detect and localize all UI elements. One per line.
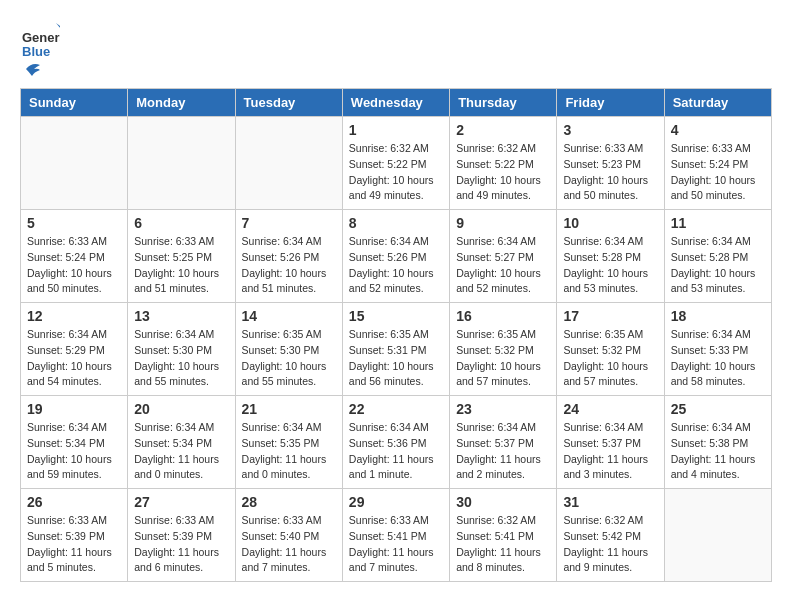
day-info: Sunrise: 6:34 AMSunset: 5:36 PMDaylight:…	[349, 420, 443, 483]
day-number: 6	[134, 215, 228, 231]
day-cell: 24Sunrise: 6:34 AMSunset: 5:37 PMDayligh…	[557, 396, 664, 489]
day-info: Sunrise: 6:32 AMSunset: 5:41 PMDaylight:…	[456, 513, 550, 576]
day-number: 8	[349, 215, 443, 231]
day-number: 9	[456, 215, 550, 231]
day-info: Sunrise: 6:33 AMSunset: 5:24 PMDaylight:…	[671, 141, 765, 204]
week-row-5: 26Sunrise: 6:33 AMSunset: 5:39 PMDayligh…	[21, 489, 772, 582]
calendar: SundayMondayTuesdayWednesdayThursdayFrid…	[20, 88, 772, 582]
day-info: Sunrise: 6:32 AMSunset: 5:22 PMDaylight:…	[349, 141, 443, 204]
day-info: Sunrise: 6:33 AMSunset: 5:39 PMDaylight:…	[27, 513, 121, 576]
day-cell: 10Sunrise: 6:34 AMSunset: 5:28 PMDayligh…	[557, 210, 664, 303]
day-number: 7	[242, 215, 336, 231]
weekday-header-wednesday: Wednesday	[342, 89, 449, 117]
day-cell: 2Sunrise: 6:32 AMSunset: 5:22 PMDaylight…	[450, 117, 557, 210]
day-number: 26	[27, 494, 121, 510]
day-number: 14	[242, 308, 336, 324]
day-cell: 8Sunrise: 6:34 AMSunset: 5:26 PMDaylight…	[342, 210, 449, 303]
day-number: 19	[27, 401, 121, 417]
day-number: 24	[563, 401, 657, 417]
day-number: 21	[242, 401, 336, 417]
day-info: Sunrise: 6:34 AMSunset: 5:27 PMDaylight:…	[456, 234, 550, 297]
day-cell	[21, 117, 128, 210]
day-info: Sunrise: 6:33 AMSunset: 5:40 PMDaylight:…	[242, 513, 336, 576]
day-cell: 18Sunrise: 6:34 AMSunset: 5:33 PMDayligh…	[664, 303, 771, 396]
week-row-4: 19Sunrise: 6:34 AMSunset: 5:34 PMDayligh…	[21, 396, 772, 489]
logo-icon: General Blue	[20, 20, 60, 60]
day-cell: 1Sunrise: 6:32 AMSunset: 5:22 PMDaylight…	[342, 117, 449, 210]
day-cell: 11Sunrise: 6:34 AMSunset: 5:28 PMDayligh…	[664, 210, 771, 303]
day-number: 10	[563, 215, 657, 231]
day-cell: 21Sunrise: 6:34 AMSunset: 5:35 PMDayligh…	[235, 396, 342, 489]
day-info: Sunrise: 6:34 AMSunset: 5:35 PMDaylight:…	[242, 420, 336, 483]
day-info: Sunrise: 6:34 AMSunset: 5:38 PMDaylight:…	[671, 420, 765, 483]
day-cell: 13Sunrise: 6:34 AMSunset: 5:30 PMDayligh…	[128, 303, 235, 396]
day-info: Sunrise: 6:33 AMSunset: 5:25 PMDaylight:…	[134, 234, 228, 297]
week-row-2: 5Sunrise: 6:33 AMSunset: 5:24 PMDaylight…	[21, 210, 772, 303]
day-cell: 30Sunrise: 6:32 AMSunset: 5:41 PMDayligh…	[450, 489, 557, 582]
day-info: Sunrise: 6:35 AMSunset: 5:30 PMDaylight:…	[242, 327, 336, 390]
weekday-header-thursday: Thursday	[450, 89, 557, 117]
day-number: 30	[456, 494, 550, 510]
day-number: 22	[349, 401, 443, 417]
day-number: 28	[242, 494, 336, 510]
day-info: Sunrise: 6:35 AMSunset: 5:32 PMDaylight:…	[563, 327, 657, 390]
day-cell: 17Sunrise: 6:35 AMSunset: 5:32 PMDayligh…	[557, 303, 664, 396]
day-cell: 16Sunrise: 6:35 AMSunset: 5:32 PMDayligh…	[450, 303, 557, 396]
day-cell: 22Sunrise: 6:34 AMSunset: 5:36 PMDayligh…	[342, 396, 449, 489]
svg-text:General: General	[22, 30, 60, 45]
day-cell: 3Sunrise: 6:33 AMSunset: 5:23 PMDaylight…	[557, 117, 664, 210]
day-number: 18	[671, 308, 765, 324]
day-number: 1	[349, 122, 443, 138]
day-number: 13	[134, 308, 228, 324]
day-cell: 6Sunrise: 6:33 AMSunset: 5:25 PMDaylight…	[128, 210, 235, 303]
day-number: 2	[456, 122, 550, 138]
day-number: 20	[134, 401, 228, 417]
day-number: 27	[134, 494, 228, 510]
day-cell: 14Sunrise: 6:35 AMSunset: 5:30 PMDayligh…	[235, 303, 342, 396]
weekday-header-friday: Friday	[557, 89, 664, 117]
svg-text:Blue: Blue	[22, 44, 50, 59]
day-info: Sunrise: 6:33 AMSunset: 5:24 PMDaylight:…	[27, 234, 121, 297]
day-cell: 4Sunrise: 6:33 AMSunset: 5:24 PMDaylight…	[664, 117, 771, 210]
weekday-header-sunday: Sunday	[21, 89, 128, 117]
day-cell: 20Sunrise: 6:34 AMSunset: 5:34 PMDayligh…	[128, 396, 235, 489]
day-info: Sunrise: 6:34 AMSunset: 5:28 PMDaylight:…	[563, 234, 657, 297]
day-info: Sunrise: 6:33 AMSunset: 5:41 PMDaylight:…	[349, 513, 443, 576]
day-cell: 25Sunrise: 6:34 AMSunset: 5:38 PMDayligh…	[664, 396, 771, 489]
weekday-header-tuesday: Tuesday	[235, 89, 342, 117]
day-number: 3	[563, 122, 657, 138]
day-info: Sunrise: 6:35 AMSunset: 5:31 PMDaylight:…	[349, 327, 443, 390]
day-cell: 29Sunrise: 6:33 AMSunset: 5:41 PMDayligh…	[342, 489, 449, 582]
day-info: Sunrise: 6:34 AMSunset: 5:37 PMDaylight:…	[563, 420, 657, 483]
day-cell: 5Sunrise: 6:33 AMSunset: 5:24 PMDaylight…	[21, 210, 128, 303]
day-info: Sunrise: 6:34 AMSunset: 5:34 PMDaylight:…	[134, 420, 228, 483]
day-number: 29	[349, 494, 443, 510]
weekday-header-row: SundayMondayTuesdayWednesdayThursdayFrid…	[21, 89, 772, 117]
day-number: 4	[671, 122, 765, 138]
day-info: Sunrise: 6:32 AMSunset: 5:42 PMDaylight:…	[563, 513, 657, 576]
day-number: 5	[27, 215, 121, 231]
day-info: Sunrise: 6:34 AMSunset: 5:34 PMDaylight:…	[27, 420, 121, 483]
day-info: Sunrise: 6:34 AMSunset: 5:26 PMDaylight:…	[349, 234, 443, 297]
day-cell: 31Sunrise: 6:32 AMSunset: 5:42 PMDayligh…	[557, 489, 664, 582]
day-cell: 28Sunrise: 6:33 AMSunset: 5:40 PMDayligh…	[235, 489, 342, 582]
day-number: 31	[563, 494, 657, 510]
day-info: Sunrise: 6:34 AMSunset: 5:37 PMDaylight:…	[456, 420, 550, 483]
day-number: 11	[671, 215, 765, 231]
day-cell: 15Sunrise: 6:35 AMSunset: 5:31 PMDayligh…	[342, 303, 449, 396]
day-cell: 7Sunrise: 6:34 AMSunset: 5:26 PMDaylight…	[235, 210, 342, 303]
day-info: Sunrise: 6:34 AMSunset: 5:26 PMDaylight:…	[242, 234, 336, 297]
day-info: Sunrise: 6:34 AMSunset: 5:29 PMDaylight:…	[27, 327, 121, 390]
day-number: 15	[349, 308, 443, 324]
day-number: 16	[456, 308, 550, 324]
day-cell	[128, 117, 235, 210]
day-number: 17	[563, 308, 657, 324]
day-number: 23	[456, 401, 550, 417]
day-cell: 9Sunrise: 6:34 AMSunset: 5:27 PMDaylight…	[450, 210, 557, 303]
day-info: Sunrise: 6:35 AMSunset: 5:32 PMDaylight:…	[456, 327, 550, 390]
day-number: 25	[671, 401, 765, 417]
day-info: Sunrise: 6:34 AMSunset: 5:30 PMDaylight:…	[134, 327, 228, 390]
week-row-3: 12Sunrise: 6:34 AMSunset: 5:29 PMDayligh…	[21, 303, 772, 396]
weekday-header-saturday: Saturday	[664, 89, 771, 117]
day-info: Sunrise: 6:32 AMSunset: 5:22 PMDaylight:…	[456, 141, 550, 204]
